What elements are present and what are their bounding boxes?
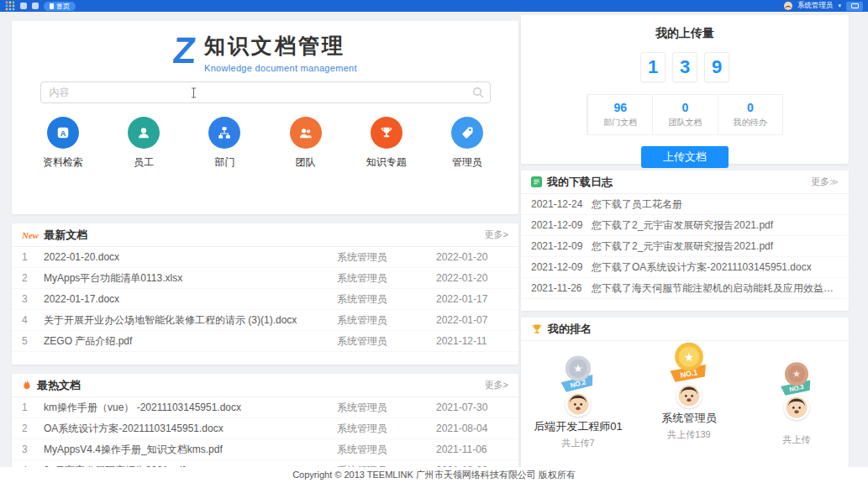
row-index: 2: [22, 272, 44, 284]
category-archive-search[interactable]: A 资料检索: [34, 117, 92, 170]
knowledge-topic-icon: [371, 117, 402, 149]
rank-column-1[interactable]: NO.1 ★ 系统管理员 共上传139: [634, 339, 744, 441]
avatar-face-icon: [784, 5, 792, 10]
search-input[interactable]: [40, 81, 491, 103]
log-text: 您下载了2_元宇宙发展研究报告2021.pdf: [592, 239, 839, 254]
table-row[interactable]: 2 MyApps平台功能清单0113.xlsx 系统管理员 2022-01-20: [12, 268, 518, 289]
doc-date: 2022-01-20: [436, 251, 508, 263]
doc-name: 2022-01-17.docx: [44, 293, 337, 305]
chevron-down-icon: ▾: [838, 3, 841, 9]
avatar-face-icon: [678, 385, 700, 407]
row-index: 4: [22, 314, 44, 326]
medal-no3-icon: NO.3 ★: [776, 360, 818, 400]
download-log-list: 2021-12-24 您下载了员工花名册 2021-12-09 您下载了2_元宇…: [521, 194, 849, 299]
rank2-avatar[interactable]: [566, 391, 591, 417]
table-row[interactable]: 5 ZEGO 产品介绍.pdf 系统管理员 2021-12-11: [12, 331, 518, 352]
category-department[interactable]: 部门: [195, 117, 254, 170]
hot-docs-card: 最热文档 更多> 1 km操作手册（vue） -20211103145951.d…: [12, 374, 518, 467]
hot-more-link[interactable]: 更多>: [485, 379, 508, 391]
document-icon: [50, 3, 54, 9]
doc-owner: 系统管理员: [337, 313, 436, 328]
doc-date: 2022-01-17: [436, 293, 508, 305]
stat-item[interactable]: 0 团队文档: [652, 95, 717, 134]
rank-column-2[interactable]: NO.2 ★ 后端开发工程师01 共上传7: [528, 353, 629, 449]
log-row[interactable]: 2021-12-24 您下载了员工花名册: [521, 194, 849, 215]
doc-owner: 系统管理员: [337, 401, 436, 415]
doc-owner: 系统管理员: [337, 271, 436, 286]
upload-card: 我的上传量 1 3 9 96 部门文档 0 团队文档 0 我的待办 上传文档: [521, 15, 849, 164]
row-index: 2: [22, 423, 44, 434]
row-index: 3: [22, 444, 44, 455]
team-icon: [290, 117, 322, 149]
download-more-link[interactable]: 更多≫: [811, 176, 839, 188]
log-row[interactable]: 2021-12-09 您下载了2_元宇宙发展研究报告2021.pdf: [521, 215, 849, 236]
avatar-face-icon: [567, 393, 589, 415]
notification-icon[interactable]: [846, 2, 863, 11]
table-row[interactable]: 4 关于开展开业办公场地智能化装修工程的请示 (3)(1).docx 系统管理员…: [12, 310, 518, 331]
doc-date: 2021-12-11: [436, 335, 508, 347]
table-row[interactable]: 2 OA系统设计方案-20211103145951.docx 系统管理员 202…: [12, 418, 518, 439]
copyright-text: Copyright © 2013 TEEMLINK 广州市天领网络科技有限公司 …: [292, 469, 576, 481]
apps-grid-icon[interactable]: [5, 1, 15, 11]
doc-name: OA系统设计方案-20211103145951.docx: [44, 422, 337, 436]
medal-no2-icon: NO.2 ★: [555, 353, 601, 396]
table-row[interactable]: 4 2_元宇宙发展研究报告2021.pdf 系统管理员 2021-12-09: [12, 460, 518, 467]
upload-count-digit: 3: [672, 52, 697, 82]
doc-date: 2022-01-07: [436, 314, 508, 326]
log-date: 2021-12-09: [531, 219, 592, 231]
rank3-count: 共上传: [753, 433, 840, 446]
doc-date: 2021-08-04: [436, 423, 508, 434]
stat-item[interactable]: 96 部门文档: [587, 95, 652, 134]
search-icon[interactable]: [472, 87, 484, 98]
user-avatar[interactable]: [784, 2, 792, 10]
download-log-card: 我的下载日志 更多≫ 2021-12-24 您下载了员工花名册 2021-12-…: [521, 171, 849, 311]
table-row[interactable]: 1 2022-01-20.docx 系统管理员 2022-01-20: [12, 247, 518, 268]
rank1-avatar[interactable]: [676, 383, 702, 408]
rank3-avatar[interactable]: [784, 395, 809, 420]
nav-shortcut-icon[interactable]: [20, 3, 27, 9]
app-logo: Z 知识文档管理 Knowledge document management: [12, 21, 518, 73]
search-bar: [40, 81, 491, 103]
log-row[interactable]: 2021-12-09 您下载了OA系统设计方案-20211103145951.d…: [521, 257, 849, 278]
log-text: 您下载了海天伺服节能注塑机的启动能耗及应用效益分析.xls: [592, 281, 839, 296]
upload-title: 我的上传量: [521, 15, 849, 41]
doc-date: 2022-01-20: [436, 272, 508, 284]
rank2-name: 后端开发工程师01: [528, 419, 629, 434]
upload-count-digit: 9: [704, 52, 729, 82]
doc-name: ZEGO 产品介绍.pdf: [44, 334, 337, 349]
upload-count-digit: 1: [640, 52, 665, 82]
category-employee[interactable]: 员工: [114, 117, 173, 170]
upload-button[interactable]: 上传文档: [641, 146, 729, 168]
stat-label: 我的待办: [718, 117, 782, 129]
log-date: 2021-11-26: [531, 282, 592, 294]
row-index: 1: [22, 251, 44, 263]
log-row[interactable]: 2021-12-09 您下载了2_元宇宙发展研究报告2021.pdf: [521, 236, 849, 257]
user-name[interactable]: 系统管理员: [797, 1, 834, 11]
doc-name: MyAppsV4.4操作手册_知识文档kms.pdf: [44, 443, 337, 457]
log-text: 您下载了2_元宇宙发展研究报告2021.pdf: [592, 218, 839, 233]
log-row[interactable]: 2021-11-26 您下载了海天伺服节能注塑机的启动能耗及应用效益分析.xls: [521, 278, 849, 299]
category-knowledge-topic[interactable]: 知识专题: [357, 117, 416, 170]
latest-more-link[interactable]: 更多>: [485, 228, 508, 241]
rank-column-3[interactable]: NO.3 ★ 共上传: [753, 360, 840, 446]
table-row[interactable]: 3 MyAppsV4.4操作手册_知识文档kms.pdf 系统管理员 2021-…: [12, 439, 518, 460]
hero-card: Z 知识文档管理 Knowledge document management A…: [12, 21, 518, 214]
nav-home-pill[interactable]: 首页: [44, 2, 76, 11]
category-admin[interactable]: 管理员: [438, 117, 497, 170]
category-team[interactable]: 团队: [276, 117, 335, 170]
stat-item[interactable]: 0 我的待办: [718, 95, 782, 134]
log-date: 2021-12-09: [531, 261, 592, 273]
page-title: 知识文档管理: [204, 32, 357, 60]
hot-docs-title: 最热文档: [37, 378, 81, 393]
nav-shortcut-icon[interactable]: [32, 3, 39, 9]
ranking-title: 我的排名: [548, 322, 592, 337]
avatar-face-icon: [786, 396, 808, 418]
stat-value: 0: [718, 101, 782, 114]
rank1-count: 共上传139: [634, 428, 744, 441]
table-row[interactable]: 1 km操作手册（vue） -20211103145951.docx 系统管理员…: [12, 397, 518, 418]
doc-name: km操作手册（vue） -20211103145951.docx: [44, 401, 337, 415]
logo-letter: Z: [171, 32, 198, 69]
upload-stats: 96 部门文档 0 团队文档 0 我的待办: [587, 94, 783, 135]
table-row[interactable]: 3 2022-01-17.docx 系统管理员 2022-01-17: [12, 289, 518, 310]
employee-icon: [128, 117, 160, 149]
